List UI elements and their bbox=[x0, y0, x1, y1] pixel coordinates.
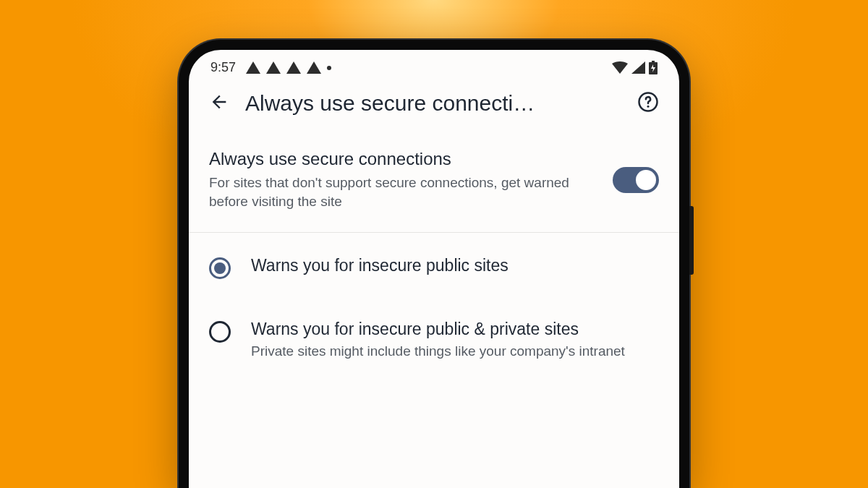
battery-icon bbox=[649, 61, 658, 74]
warning-icon bbox=[286, 61, 301, 74]
radio-button-icon bbox=[209, 321, 231, 343]
radio-title: Warns you for insecure public & private … bbox=[251, 320, 659, 339]
secure-connections-setting[interactable]: Always use secure connections For sites … bbox=[189, 129, 679, 233]
status-left: 9:57 bbox=[210, 60, 331, 75]
svg-rect-1 bbox=[652, 61, 655, 63]
notification-dot-icon bbox=[327, 66, 331, 70]
svg-point-3 bbox=[647, 106, 650, 108]
screen: 9:57 Al bbox=[189, 50, 679, 488]
warning-icon bbox=[307, 61, 321, 74]
radio-option-public-sites[interactable]: Warns you for insecure public sites bbox=[189, 233, 679, 302]
warning-icon bbox=[246, 61, 260, 74]
phone-side-button bbox=[689, 206, 694, 275]
phone-frame: 9:57 Al bbox=[179, 40, 689, 488]
secure-connections-toggle[interactable] bbox=[613, 167, 659, 193]
radio-option-public-private-sites[interactable]: Warns you for insecure public & private … bbox=[189, 302, 679, 378]
back-button[interactable] bbox=[209, 92, 229, 115]
warning-icon bbox=[266, 61, 281, 74]
help-button[interactable] bbox=[637, 91, 659, 116]
app-bar: Always use secure connecti… bbox=[189, 81, 679, 129]
radio-description: Private sites might include things like … bbox=[251, 342, 659, 361]
status-time: 9:57 bbox=[210, 60, 236, 75]
status-bar: 9:57 bbox=[189, 50, 679, 81]
toggle-knob bbox=[636, 170, 656, 190]
setting-text: Always use secure connections For sites … bbox=[209, 149, 598, 210]
wifi-icon bbox=[612, 61, 628, 74]
setting-description: For sites that don't support secure conn… bbox=[209, 174, 598, 210]
page-title: Always use secure connecti… bbox=[245, 91, 621, 116]
radio-text: Warns you for insecure public & private … bbox=[251, 320, 659, 361]
radio-text: Warns you for insecure public sites bbox=[251, 256, 659, 278]
status-right bbox=[612, 61, 658, 74]
radio-title: Warns you for insecure public sites bbox=[251, 256, 659, 275]
setting-title: Always use secure connections bbox=[209, 149, 598, 169]
signal-icon bbox=[631, 61, 645, 74]
radio-button-icon bbox=[209, 257, 231, 279]
